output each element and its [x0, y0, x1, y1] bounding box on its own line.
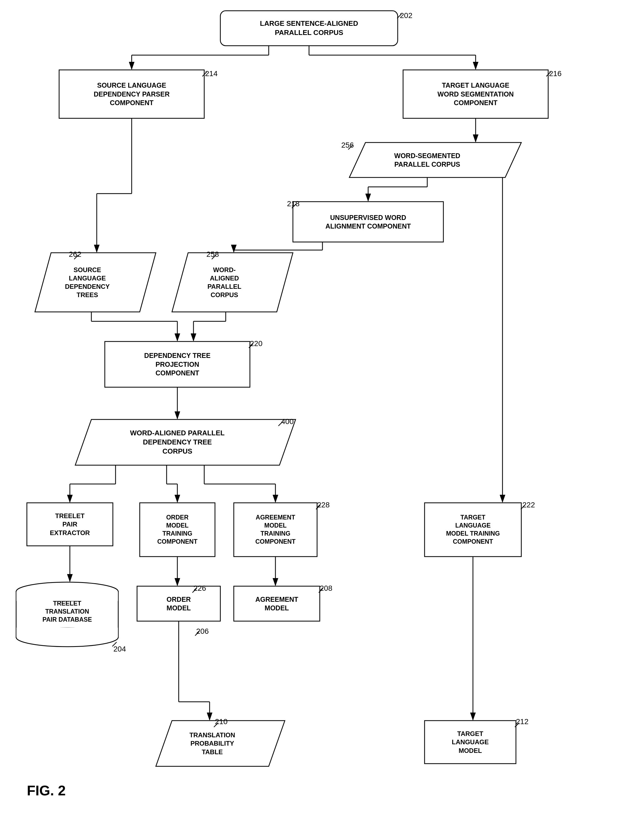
large-corpus-node: LARGE SENTENCE-ALIGNED PARALLEL CORPUS: [220, 11, 398, 46]
ref-400: 400: [281, 417, 294, 426]
figure-label: FIG. 2: [27, 782, 65, 799]
agreement-model-training-node: AGREEMENT MODEL TRAINING COMPONENT: [234, 503, 317, 557]
ref-216: 216: [549, 69, 562, 78]
treelet-db-node: TREELET TRANSLATION PAIR DATABASE: [16, 581, 118, 643]
ref-210: 210: [215, 717, 227, 726]
target-language-model-node: TARGET LANGUAGE MODEL: [424, 721, 516, 764]
unsupervised-word-alignment-node: UNSUPERVISED WORD ALIGNMENT COMPONENT: [293, 202, 443, 242]
ref-256: 256: [341, 141, 354, 149]
ref-218: 218: [287, 199, 300, 208]
ref-202: 202: [400, 11, 412, 20]
order-model-node: ORDER MODEL: [137, 586, 220, 621]
ref-220: 220: [250, 339, 262, 348]
ref-214: 214: [205, 69, 218, 78]
agreement-model-node: AGREEMENT MODEL: [234, 586, 320, 621]
ref-262: 262: [69, 250, 82, 259]
word-segmented-corpus-node: WORD-SEGMENTED PARALLEL CORPUS: [349, 143, 505, 178]
translation-prob-table-node: TRANSLATION PROBABILITY TABLE: [156, 721, 269, 766]
source-dep-parser-node: SOURCE LANGUAGE DEPENDENCY PARSER COMPON…: [59, 70, 204, 118]
ref-208: 208: [320, 584, 332, 592]
diagram: LARGE SENTENCE-ALIGNED PARALLEL CORPUS S…: [0, 0, 621, 840]
ref-222: 222: [523, 501, 535, 509]
treelet-extractor-node: TREELET PAIR EXTRACTOR: [27, 503, 113, 546]
ref-212: 212: [516, 717, 529, 726]
ref-228: 228: [317, 501, 330, 509]
ref-204: 204: [114, 645, 126, 653]
order-model-training-node: ORDER MODEL TRAINING COMPONENT: [140, 503, 215, 557]
target-lang-model-training-node: TARGET LANGUAGE MODEL TRAINING COMPONENT: [424, 503, 521, 557]
target-word-seg-node: TARGET LANGUAGE WORD SEGMENTATION COMPON…: [403, 70, 548, 118]
ref-258: 258: [206, 250, 219, 259]
ref-226: 226: [194, 584, 206, 592]
ref-206: 206: [196, 627, 209, 636]
dep-tree-projection-node: DEPENDENCY TREE PROJECTION COMPONENT: [105, 342, 250, 387]
word-aligned-corpus-node: WORD- ALIGNED PARALLEL CORPUS: [172, 253, 277, 312]
source-dep-trees-node: SOURCE LANGUAGE DEPENDENCY TREES: [35, 253, 140, 312]
word-aligned-dep-tree-corpus-node: WORD-ALIGNED PARALLEL DEPENDENCY TREE CO…: [75, 419, 279, 465]
